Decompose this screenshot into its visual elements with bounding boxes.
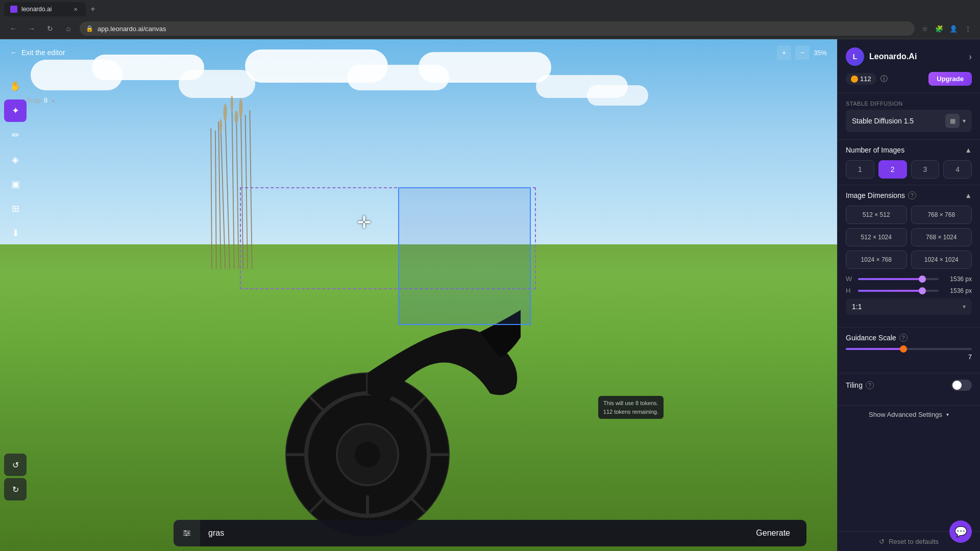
width-slider-fill [858, 278, 922, 280]
address-bar[interactable]: 🔒 app.leonardo.ai/canvas [80, 21, 915, 36]
reset-label: Reset to defaults [889, 538, 939, 545]
grass-top [0, 244, 837, 275]
erase-tool-button[interactable]: ◈ [4, 148, 27, 171]
reload-button[interactable]: ↻ [43, 21, 57, 36]
new-tab-button[interactable]: + [86, 2, 100, 16]
zoom-minus-button[interactable]: − [795, 45, 810, 60]
fill-tool-button[interactable]: ▣ [4, 173, 27, 195]
guidance-slider-fill [846, 348, 902, 350]
sky-layer [0, 39, 837, 270]
svg-point-32 [185, 534, 187, 536]
prompt-settings-button[interactable] [174, 520, 200, 546]
image-tool-button[interactable]: ⊞ [4, 197, 27, 220]
snap-arrow-up[interactable]: ▲ [51, 97, 56, 103]
aspect-ratio-value: 1:1 [852, 303, 862, 311]
num-images-header: Number of Images ▲ [846, 146, 972, 154]
svg-line-1 [232, 104, 234, 269]
draw-tool-button[interactable]: ✏ [4, 124, 27, 146]
guidance-slider-row: 7 [846, 348, 972, 361]
reset-icon: ↺ [879, 538, 885, 545]
tiling-info-icon[interactable]: ? [866, 381, 874, 389]
tab-close-btn[interactable]: ✕ [71, 5, 80, 13]
guidance-slider-track[interactable] [846, 348, 972, 350]
credits-row: 112 ⓘ Upgrade [838, 72, 980, 93]
height-slider-track[interactable] [858, 290, 939, 292]
dimensions-info-icon[interactable]: ? [908, 191, 916, 199]
num-btn-1[interactable]: 1 [846, 160, 874, 179]
image-dimensions-section: Image Dimensions ? ▲ 512 × 512 768 × 768… [838, 185, 980, 327]
guidance-slider-thumb [900, 345, 907, 353]
nav-bar: ← → ↻ ⌂ 🔒 app.leonardo.ai/canvas ☆ 🧩 👤 ⋮ [0, 18, 980, 39]
bottom-bar: Generate [0, 515, 837, 551]
undo-button[interactable]: ↺ [4, 454, 27, 476]
bottom-left-tools: ↺ ↻ [4, 454, 27, 500]
forward-button[interactable]: → [24, 21, 39, 36]
dimensions-collapse-icon[interactable]: ▲ [965, 191, 972, 199]
exit-editor-button[interactable]: ← Exit the editor [10, 48, 65, 57]
svg-point-28 [184, 530, 186, 532]
toggle-knob [952, 381, 962, 390]
redo-button[interactable]: ↻ [4, 478, 27, 500]
model-selector[interactable]: Stable Diffusion 1.5 ▦ ▾ [846, 110, 972, 132]
show-advanced-settings-button[interactable]: Show Advanced Settings ▾ [838, 405, 980, 423]
tiling-toggle[interactable] [951, 380, 972, 391]
credits-value: 112 [860, 75, 871, 83]
back-button[interactable]: ← [6, 21, 20, 36]
num-images-title: Number of Images [846, 146, 904, 154]
dim-512x512[interactable]: 512 × 512 [846, 206, 907, 224]
svg-point-14 [239, 98, 242, 118]
select-tool-button[interactable]: ✦ [4, 99, 27, 122]
zoom-plus-button[interactable]: + [777, 45, 791, 60]
dim-1024x768[interactable]: 1024 × 768 [846, 251, 907, 269]
panel-collapse-button[interactable]: › [969, 52, 972, 62]
bookmark-icon[interactable]: ☆ [919, 22, 931, 35]
canvas-topbar-right: + − 35% [777, 45, 827, 60]
support-chat-button[interactable]: 💬 [949, 520, 972, 543]
num-btn-3[interactable]: 3 [911, 160, 940, 179]
dim-768x768[interactable]: 768 × 768 [911, 206, 972, 224]
width-slider-track[interactable] [858, 278, 939, 280]
credits-info-icon[interactable]: ⓘ [880, 74, 888, 84]
hand-tool-button[interactable]: ✋ [4, 75, 27, 97]
left-toolbar: ✋ ✦ ✏ ◈ ▣ ⊞ ⬇ [0, 70, 31, 511]
right-panel: L Leonardo.Ai › 112 ⓘ Upgrade Stable Dif… [837, 39, 980, 551]
canvas-area[interactable]: ✛ This will use 8 tokens. 112 tokens rem… [0, 39, 837, 551]
guidance-info-icon[interactable]: ? [899, 334, 908, 342]
sliders-icon [182, 528, 192, 538]
aspect-chevron-icon: ▾ [963, 303, 966, 310]
dim-512x1024[interactable]: 512 × 1024 [846, 228, 907, 246]
dim-768x1024[interactable]: 768 × 1024 [911, 228, 972, 246]
profile-icon[interactable]: 👤 [947, 22, 960, 35]
dim-1024x1024[interactable]: 1024 × 1024 [911, 251, 972, 269]
token-line2: 112 tokens remaining. [603, 408, 658, 416]
prompt-input[interactable] [208, 529, 731, 538]
svg-line-9 [211, 128, 212, 269]
menu-icon[interactable]: ⋮ [962, 22, 974, 35]
download-tool-button[interactable]: ⬇ [4, 222, 27, 244]
panel-header: L Leonardo.Ai › [838, 39, 980, 72]
num-images-collapse-icon[interactable]: ▲ [965, 146, 972, 154]
canvas-topbar: ← Exit the editor + − 35% [0, 39, 837, 66]
prompt-input-wrapper [200, 520, 740, 546]
snap-value: 8 [44, 96, 47, 104]
home-button[interactable]: ⌂ [61, 21, 76, 36]
width-value: 1536 px [944, 276, 972, 283]
aspect-ratio-selector[interactable]: 1:1 ▾ [846, 298, 972, 315]
extension-icon[interactable]: 🧩 [933, 22, 945, 35]
model-chevron-icon: ▾ [963, 117, 966, 124]
plants-svg [153, 90, 306, 269]
exit-editor-label: Exit the editor [21, 48, 65, 57]
svg-line-0 [225, 113, 230, 269]
upgrade-button[interactable]: Upgrade [928, 72, 972, 86]
generate-button[interactable]: Generate [740, 520, 806, 546]
dimensions-grid: 512 × 512 768 × 768 512 × 1024 768 × 102… [846, 206, 972, 269]
browser-tab[interactable]: leonardo.ai ✕ [4, 2, 86, 16]
cloud-8 [587, 85, 648, 106]
num-btn-2[interactable]: 2 [878, 160, 907, 179]
height-value: 1536 px [944, 287, 972, 294]
tab-title: leonardo.ai [21, 6, 52, 13]
svg-point-10 [224, 104, 227, 121]
url-text: app.leonardo.ai/canvas [97, 25, 166, 33]
svg-point-11 [231, 96, 233, 112]
num-btn-4[interactable]: 4 [943, 160, 972, 179]
